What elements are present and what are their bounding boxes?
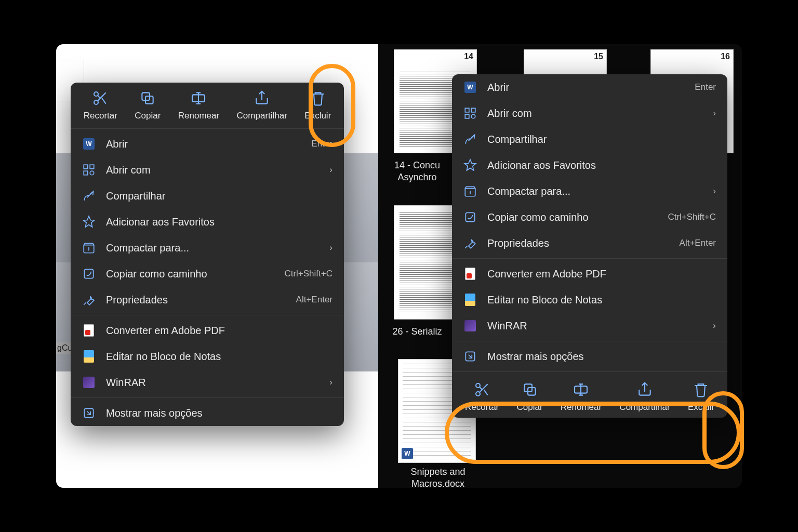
notepad-label: Editar no Bloco de Notas	[487, 294, 716, 306]
menu-item-adobe[interactable]: Converter em Adobe PDF	[452, 261, 727, 287]
delete-label: Excluir	[688, 402, 714, 413]
menu-item-compress[interactable]: Compactar para... ›	[71, 235, 344, 261]
svg-point-8	[90, 171, 94, 175]
properties-shortcut: Alt+Enter	[680, 238, 716, 248]
star-icon	[82, 215, 96, 229]
menu-item-open-with[interactable]: Abrir com ›	[452, 100, 727, 126]
more-icon	[463, 350, 477, 363]
menu-item-open-with[interactable]: Abrir com ›	[71, 157, 344, 183]
menu-item-favorites[interactable]: Adicionar aos Favoritos	[452, 152, 727, 178]
share-icon	[636, 381, 653, 398]
wrench-icon	[82, 293, 96, 307]
notepad-label: Editar no Bloco de Notas	[106, 351, 332, 363]
properties-label: Propriedades	[106, 294, 286, 306]
context-menu-right: W Abrir Enter Abrir com › Compartilhar A…	[452, 74, 727, 418]
menu-item-more[interactable]: Mostrar mais opções	[71, 400, 344, 426]
menu-item-share[interactable]: Compartilhar	[71, 183, 344, 209]
share-button[interactable]: Compartilhar	[610, 374, 679, 418]
more-label: Mostrar mais opções	[106, 407, 332, 419]
chevron-right-icon: ›	[329, 377, 332, 388]
svg-point-0	[94, 92, 98, 96]
menu-item-copy-path[interactable]: Copiar como caminho Ctrl+Shift+C	[71, 261, 344, 287]
open-label: Abrir	[106, 138, 301, 150]
open-shortcut: Enter	[695, 82, 716, 92]
menu-item-open[interactable]: W Abrir Enter	[71, 131, 344, 157]
rename-button[interactable]: Renomear	[169, 83, 228, 126]
page-number: 15	[594, 52, 603, 61]
menu-item-favorites[interactable]: Adicionar aos Favoritos	[71, 209, 344, 235]
open-with-label: Abrir com	[487, 108, 702, 119]
compress-label: Compactar para...	[487, 185, 702, 197]
delete-label: Excluir	[304, 111, 331, 121]
copy-button[interactable]: Copiar	[508, 374, 551, 418]
share-item-label: Compartilhar	[106, 190, 332, 202]
cut-button[interactable]: Recortar	[75, 83, 126, 126]
left-panel: gCu Recortar Copiar Renomear Compar	[56, 44, 378, 488]
svg-rect-12	[471, 108, 475, 112]
word-icon: W	[82, 137, 96, 151]
delete-button[interactable]: Excluir	[679, 374, 723, 418]
copy-path-label: Copiar como caminho	[487, 211, 657, 223]
svg-rect-5	[84, 165, 88, 169]
svg-rect-6	[90, 165, 94, 169]
rename-button[interactable]: Renomear	[552, 374, 611, 418]
chevron-right-icon: ›	[329, 165, 332, 175]
favorites-label: Adicionar aos Favoritos	[106, 216, 332, 228]
winrar-icon	[82, 376, 96, 389]
winrar-label: WinRAR	[487, 320, 702, 332]
favorites-label: Adicionar aos Favoritos	[487, 159, 716, 171]
share-arrow-icon	[82, 189, 96, 203]
menu-item-properties[interactable]: Propriedades Alt+Enter	[71, 287, 344, 313]
menu-item-notepad[interactable]: Editar no Bloco de Notas	[452, 287, 727, 313]
archive-icon	[82, 241, 96, 255]
share-label: Compartilhar	[619, 402, 670, 413]
copy-button[interactable]: Copiar	[126, 83, 170, 126]
cut-label: Recortar	[465, 402, 499, 413]
cut-button[interactable]: Recortar	[456, 374, 508, 418]
context-menu-left: Recortar Copiar Renomear Compartilhar Ex…	[71, 83, 344, 426]
open-with-icon	[463, 107, 477, 120]
adobe-label: Converter em Adobe PDF	[487, 268, 716, 280]
trash-icon	[693, 381, 709, 398]
menu-item-winrar[interactable]: WinRAR ›	[71, 369, 344, 395]
menu-item-properties[interactable]: Propriedades Alt+Enter	[452, 230, 727, 256]
svg-rect-11	[465, 108, 469, 112]
chevron-right-icon: ›	[713, 108, 716, 118]
svg-point-1	[94, 100, 98, 104]
pdf-icon	[82, 324, 96, 337]
menu-item-share[interactable]: Compartilhar	[452, 126, 727, 152]
doc-caption-26: 26 - Serializ	[383, 326, 451, 338]
winrar-icon	[463, 319, 477, 332]
properties-label: Propriedades	[487, 237, 669, 249]
copy-icon	[139, 90, 156, 107]
svg-point-17	[476, 383, 480, 388]
wrench-icon	[463, 236, 477, 250]
rename-icon	[573, 381, 589, 398]
page-number: 14	[464, 52, 473, 61]
menu-item-more[interactable]: Mostrar mais opções	[452, 343, 727, 369]
compress-label: Compactar para...	[106, 242, 319, 254]
open-with-label: Abrir com	[106, 164, 319, 176]
copy-icon	[522, 381, 538, 398]
open-shortcut: Enter	[311, 139, 332, 149]
svg-point-14	[471, 114, 475, 118]
notepad-icon	[82, 350, 96, 363]
menu-item-copy-path[interactable]: Copiar como caminho Ctrl+Shift+C	[452, 204, 727, 230]
menu-item-adobe[interactable]: Converter em Adobe PDF	[71, 317, 344, 343]
archive-icon	[463, 184, 477, 198]
menu-item-open[interactable]: W Abrir Enter	[452, 74, 727, 100]
svg-rect-13	[465, 114, 469, 118]
cut-label: Recortar	[84, 111, 117, 121]
menu-item-notepad[interactable]: Editar no Bloco de Notas	[71, 343, 344, 369]
rename-label: Renomear	[561, 402, 602, 413]
delete-button[interactable]: Excluir	[296, 83, 340, 126]
copy-path-label: Copiar como caminho	[106, 268, 274, 280]
menu-item-winrar[interactable]: WinRAR ›	[452, 313, 727, 339]
share-button[interactable]: Compartilhar	[228, 83, 296, 126]
adobe-label: Converter em Adobe PDF	[106, 325, 332, 337]
word-icon: W	[463, 81, 477, 94]
copy-path-icon	[463, 210, 477, 224]
menu-item-compress[interactable]: Compactar para... ›	[452, 178, 727, 204]
svg-rect-15	[466, 212, 474, 221]
chevron-right-icon: ›	[329, 243, 332, 253]
